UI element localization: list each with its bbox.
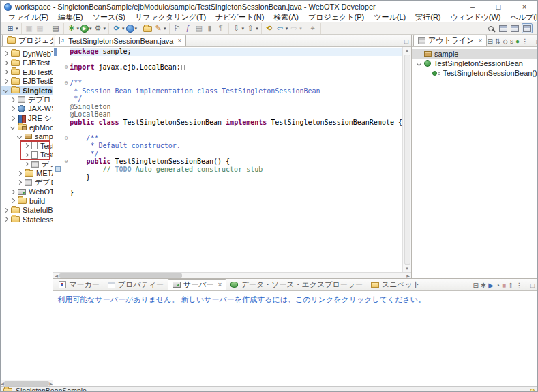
minimize-icon[interactable]: – bbox=[524, 282, 528, 289]
outline-item[interactable]: TestSingletonSessionBean bbox=[412, 59, 537, 68]
tree-item[interactable]: JRE システム・ライブラリー[JavaSE-17] bbox=[1, 114, 53, 123]
hide-fields-icon[interactable]: ◇ bbox=[503, 38, 508, 45]
maximize-view-icon[interactable]: □ bbox=[404, 38, 408, 45]
dropdown-arrow-icon[interactable]: ▾ bbox=[135, 26, 138, 31]
fold-toggle-icon[interactable]: ⊖ bbox=[63, 79, 70, 87]
code-editor[interactable]: package sample;⊕import javax.ejb.LocalBe… bbox=[53, 47, 402, 272]
code-line[interactable]: ⊖ /** bbox=[53, 134, 402, 142]
tree-item[interactable]: sample bbox=[1, 132, 53, 142]
new-java-ee-project-icon[interactable]: ▤ bbox=[50, 23, 61, 33]
code-line[interactable]: package sample; bbox=[53, 48, 402, 56]
explorer-hscrollbar[interactable]: ◀ ▶ bbox=[1, 380, 53, 386]
tab-markers[interactable]: マーカー bbox=[55, 279, 104, 290]
tab-outline[interactable]: アウトライン × bbox=[413, 35, 487, 46]
tree-item[interactable]: WebOTX Application Server v11.2(Local De… bbox=[1, 187, 53, 197]
dropdown-arrow-icon[interactable]: ▾ bbox=[299, 26, 302, 31]
expand-chevron-icon[interactable] bbox=[3, 217, 8, 222]
menu-item-7[interactable]: ツール(L) bbox=[369, 12, 410, 22]
outline-item[interactable]: sample bbox=[412, 49, 537, 59]
debug-on-server-icon[interactable]: ✱ bbox=[481, 282, 486, 289]
expand-chevron-icon[interactable] bbox=[10, 116, 15, 121]
scroll-right-icon[interactable]: ▶ bbox=[405, 273, 411, 278]
tree-item[interactable]: TestSingletonSessionBean.java bbox=[1, 141, 53, 151]
tree-item[interactable]: EJBTestEAR bbox=[1, 77, 53, 87]
publish-refresh-icon[interactable]: ⟳▾ bbox=[111, 23, 125, 33]
expand-chevron-icon[interactable] bbox=[10, 97, 15, 102]
expand-chevron-icon[interactable] bbox=[17, 180, 22, 185]
create-server-link[interactable]: 利用可能なサーバーがありません。 新しいサーバーを作成するには、このリンクをクリ… bbox=[57, 295, 425, 303]
tree-item[interactable]: EJBTestClient bbox=[1, 67, 53, 77]
code-line[interactable]: @Singleton bbox=[53, 103, 402, 111]
code-line[interactable] bbox=[53, 56, 402, 64]
code-line[interactable] bbox=[53, 181, 402, 190]
minimize-icon[interactable]: – bbox=[530, 38, 535, 45]
close-icon[interactable]: × bbox=[479, 37, 483, 44]
create-listener-icon[interactable]: ▮ bbox=[205, 23, 215, 33]
close-icon[interactable]: × bbox=[177, 37, 181, 44]
menu-item-4[interactable]: ナビゲート(N) bbox=[211, 12, 269, 22]
external-tools-icon[interactable]: ⚙▾ bbox=[93, 23, 107, 33]
expand-chevron-icon[interactable] bbox=[10, 106, 15, 111]
expand-chevron-icon[interactable] bbox=[24, 162, 29, 166]
tree-item[interactable]: デプロイメント記述子: bbox=[1, 95, 53, 105]
expand-chevron-icon[interactable] bbox=[24, 153, 29, 157]
expand-chevron-icon[interactable] bbox=[417, 61, 421, 65]
expand-chevron-icon[interactable] bbox=[3, 51, 8, 56]
tree-item[interactable]: build bbox=[1, 196, 53, 206]
view-menu-icon[interactable]: ⋮ bbox=[522, 38, 528, 45]
maximize-icon[interactable]: □ bbox=[536, 38, 537, 45]
next-annotation-icon[interactable]: ⇩▾ bbox=[231, 23, 245, 33]
code-line[interactable]: public class TestSingletonSessionBean im… bbox=[53, 119, 402, 127]
tree-item[interactable]: ejbModule bbox=[1, 123, 53, 132]
collapse-all-icon[interactable]: ⊟ bbox=[473, 282, 478, 289]
scroll-right-icon[interactable]: ▶ bbox=[49, 381, 53, 386]
code-line[interactable]: */ bbox=[53, 95, 402, 103]
code-line[interactable]: ⊖ public TestSingletonSessionBean() { bbox=[53, 157, 402, 166]
debug-icon[interactable]: ✱▾ bbox=[66, 23, 80, 33]
tree-item[interactable]: DynWebTest bbox=[1, 49, 53, 59]
scroll-left-icon[interactable]: ◀ bbox=[53, 273, 59, 278]
hide-non-public-icon[interactable]: ● bbox=[515, 38, 520, 45]
menu-item-10[interactable]: ヘルプ(H) bbox=[506, 12, 538, 22]
expand-chevron-icon[interactable] bbox=[24, 143, 29, 148]
expand-chevron-icon[interactable] bbox=[17, 171, 22, 176]
tree-item[interactable]: META-INF bbox=[1, 169, 53, 179]
dropdown-arrow-icon[interactable]: ▾ bbox=[77, 26, 80, 31]
tab-snip[interactable]: スニペット bbox=[367, 279, 424, 290]
close-button[interactable]: × bbox=[511, 1, 537, 13]
tab-editor-file[interactable]: J TestSingletonSessionBean.java × bbox=[55, 35, 186, 46]
dropdown-arrow-icon[interactable]: ▾ bbox=[104, 26, 106, 31]
fold-toggle-icon[interactable]: ⊖ bbox=[63, 157, 70, 166]
maximize-button[interactable]: □ bbox=[485, 1, 511, 13]
dropdown-arrow-icon[interactable]: ▾ bbox=[122, 26, 125, 31]
tab-project-explorer[interactable]: プロジェクト・エクスプローラー × bbox=[2, 35, 53, 46]
quick-search-icon[interactable] bbox=[487, 23, 496, 33]
perspective-resource-icon[interactable] bbox=[510, 23, 520, 33]
expand-chevron-icon[interactable] bbox=[3, 88, 8, 93]
code-line[interactable]: ⊖/** bbox=[53, 79, 402, 87]
code-line[interactable]: * Session Bean implementation class Test… bbox=[53, 87, 402, 95]
collapse-all-icon[interactable]: ⊟ bbox=[487, 38, 492, 45]
close-icon[interactable]: × bbox=[218, 281, 222, 288]
dropdown-arrow-icon[interactable]: ▾ bbox=[89, 26, 92, 31]
profile-server-icon[interactable]: ◔ bbox=[496, 282, 500, 289]
scrollbar-thumb[interactable] bbox=[59, 273, 182, 278]
tab-props[interactable]: プロパティー bbox=[104, 279, 168, 290]
code-line[interactable]: */ bbox=[53, 150, 402, 158]
code-line[interactable]: } bbox=[53, 173, 402, 181]
scroll-down-icon[interactable]: ▼ bbox=[405, 265, 409, 272]
previous-annotation-icon[interactable]: ⇧▾ bbox=[245, 23, 259, 33]
expand-chevron-icon[interactable] bbox=[3, 79, 8, 84]
tree-item[interactable]: JAX-WS Web サービス bbox=[1, 104, 53, 114]
code-line[interactable] bbox=[53, 72, 402, 80]
expand-chevron-icon[interactable] bbox=[3, 70, 8, 74]
create-servlet-icon[interactable]: ⚐ bbox=[172, 23, 183, 33]
create-session-bean-icon[interactable]: ƒ bbox=[183, 23, 194, 33]
menu-item-6[interactable]: プロジェクト(P) bbox=[303, 12, 369, 22]
expand-chevron-icon[interactable] bbox=[10, 198, 15, 203]
project-tree[interactable]: DynWebTestEJBTestEJBTestClientEJBTestEAR… bbox=[1, 47, 53, 380]
outline-item[interactable]: cTestSingletonSessionBean() bbox=[412, 68, 537, 78]
dropdown-arrow-icon[interactable]: ▾ bbox=[164, 26, 166, 31]
code-line[interactable]: @LocalBean bbox=[53, 110, 402, 119]
tab-server[interactable]: サーバー× bbox=[168, 279, 226, 290]
